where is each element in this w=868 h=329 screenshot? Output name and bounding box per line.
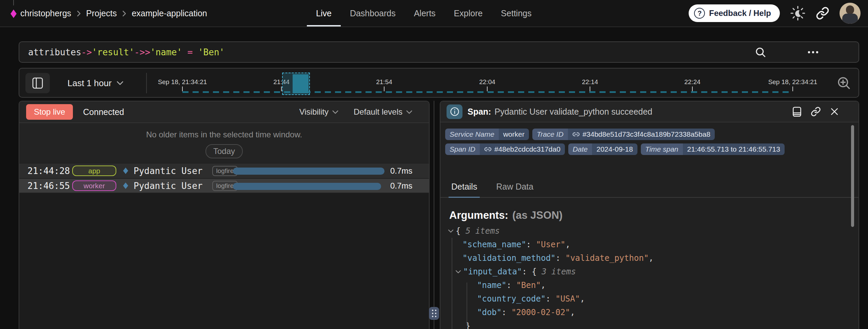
- default-levels-dropdown[interactable]: Default levels: [354, 107, 413, 117]
- trace-row-selected[interactable]: 21:46:55 worker Pydantic User logfire 0.…: [19, 178, 429, 193]
- json-line: "name": "Ben",: [440, 278, 859, 292]
- timeline-activity-track[interactable]: [182, 91, 793, 93]
- today-button[interactable]: Today: [205, 144, 243, 158]
- chevron-right-icon: [122, 10, 126, 17]
- chevron-down-icon: [332, 110, 339, 114]
- query-token: ->: [81, 47, 92, 57]
- timeline-selection-bar: [293, 74, 309, 93]
- query-token: 'name': [150, 47, 182, 57]
- json-line: }: [440, 319, 859, 329]
- service-name-badge: Service Nameworker: [445, 129, 529, 140]
- breadcrumb-project-name[interactable]: example-application: [132, 8, 207, 18]
- feedback-help-button[interactable]: ? Feedback / Help: [689, 4, 780, 22]
- detail-scrollbar[interactable]: [851, 125, 854, 227]
- trace-time: 21:46:55: [27, 181, 67, 191]
- timebar-divider: [146, 73, 147, 93]
- detail-header-actions: [792, 107, 852, 117]
- zoom-in-icon[interactable]: [837, 76, 851, 90]
- feedback-help-label: Feedback / Help: [709, 8, 771, 18]
- duration-label: 0.7ms: [390, 181, 412, 191]
- drag-handle-icon[interactable]: [429, 307, 439, 320]
- span-title: Pydantic User: [134, 181, 203, 191]
- connection-status: Connected: [83, 107, 124, 117]
- question-circle-icon: ?: [694, 8, 705, 19]
- nav-right-group: ? Feedback / Help: [689, 0, 861, 26]
- tab-dashboards[interactable]: Dashboards: [341, 0, 405, 26]
- arguments-heading: Arguments:(as JSON): [449, 209, 563, 221]
- chevron-down-icon: [406, 110, 413, 114]
- tab-explore[interactable]: Explore: [445, 0, 492, 26]
- tab-details[interactable]: Details: [450, 182, 478, 197]
- info-icon: [447, 104, 462, 119]
- time-range-selector[interactable]: Last 1 hour: [67, 69, 124, 98]
- theme-toggle-icon[interactable]: [790, 5, 806, 21]
- tab-alerts[interactable]: Alerts: [405, 0, 445, 26]
- time-span-badge: Time span21:46:55.713 to 21:46:55.713: [641, 143, 785, 155]
- split-panel-icon[interactable]: [792, 107, 802, 117]
- service-badge: app: [72, 166, 116, 176]
- duration-bar: [233, 183, 381, 190]
- json-line[interactable]: { 5 items: [440, 224, 859, 238]
- timeline-selection[interactable]: [282, 73, 310, 95]
- empty-state: No older items in the selected time wind…: [19, 123, 429, 158]
- breadcrumb-projects[interactable]: Projects: [86, 8, 117, 18]
- duration-bar: [233, 168, 384, 175]
- tab-raw-data[interactable]: Raw Data: [495, 182, 535, 197]
- json-line[interactable]: "input_data": { 3 items: [440, 265, 859, 278]
- live-view-panel: Stop live Connected Visibility Default l…: [19, 101, 430, 329]
- query-token: =: [182, 47, 198, 57]
- query-token: attributes: [28, 47, 81, 57]
- date-badge: Date2024-09-18: [568, 143, 637, 155]
- live-filters: Visibility Default levels: [299, 107, 422, 117]
- span-id-badge[interactable]: Span ID #48eb2cdcdc317da0: [445, 143, 565, 155]
- breadcrumb: christophergs Projects example-applicati…: [20, 0, 207, 26]
- trace-list-empty-area: [19, 193, 429, 329]
- visibility-dropdown[interactable]: Visibility: [299, 107, 339, 117]
- span-diamond-icon: [123, 182, 128, 189]
- caret-down-icon: [448, 229, 454, 233]
- caret-down-icon: [455, 270, 461, 274]
- json-line: "dob": "2000-02-02",: [440, 306, 859, 319]
- duration-label: 0.7ms: [390, 166, 412, 176]
- span-title: Pydantic User: [134, 166, 203, 176]
- span-diamond-icon: [123, 168, 128, 174]
- stop-live-button[interactable]: Stop live: [26, 104, 73, 120]
- span-detail-panel: Span: Pydantic User validate_python succ…: [440, 101, 859, 329]
- tab-live[interactable]: Live: [307, 0, 341, 26]
- chevron-right-icon: [76, 10, 81, 17]
- query-input[interactable]: attributes->'result'->>'name' = 'Ben': [19, 41, 859, 63]
- empty-state-message: No older items in the selected time wind…: [19, 130, 429, 139]
- trace-row[interactable]: 21:44:28 app Pydantic User logfire 0.7ms: [19, 163, 429, 178]
- json-tree: { 5 items "schema_name": "User", "valida…: [440, 224, 859, 329]
- link-icon: [484, 146, 492, 153]
- close-icon[interactable]: [830, 107, 839, 116]
- json-guide-line: [452, 238, 452, 329]
- trace-list: 21:44:28 app Pydantic User logfire 0.7ms…: [19, 163, 429, 193]
- link-icon: [572, 131, 580, 138]
- copy-link-icon[interactable]: [811, 107, 821, 117]
- span-metadata-badges: Service Nameworker Trace ID #34bd8e51d73…: [440, 124, 859, 160]
- detail-header: Span: Pydantic User validate_python succ…: [440, 101, 859, 122]
- user-avatar[interactable]: [840, 3, 861, 24]
- time-range-label: Last 1 hour: [67, 78, 112, 89]
- live-panel-header: Stop live Connected Visibility Default l…: [19, 101, 429, 123]
- detail-kind-label: Span:: [468, 107, 491, 117]
- share-link-icon[interactable]: [816, 6, 829, 20]
- logo-diamond-icon[interactable]: [11, 9, 17, 18]
- main-tabs: Live Dashboards Alerts Explore Settings: [307, 0, 541, 26]
- sidebar-toggle-icon[interactable]: [25, 73, 50, 93]
- breadcrumb-org[interactable]: christophergs: [20, 8, 71, 18]
- query-token: ->>: [134, 47, 150, 57]
- json-line: "country_code": "USA",: [440, 292, 859, 306]
- panel-divider[interactable]: [434, 101, 434, 329]
- top-nav: christophergs Projects example-applicati…: [0, 0, 868, 27]
- logo-pointer-line: [13, 0, 14, 5]
- tab-settings[interactable]: Settings: [492, 0, 540, 26]
- json-line: "validation_method": "validate_python",: [440, 251, 859, 265]
- detail-title: Pydantic User validate_python succeeded: [494, 107, 652, 117]
- app-root: christophergs Projects example-applicati…: [0, 0, 868, 329]
- trace-id-badge[interactable]: Trace ID #34bd8e51d73c3f4c8a189b72338a5b…: [532, 129, 715, 140]
- detail-tabs: Details Raw Data: [440, 179, 859, 198]
- trace-time: 21:44:28: [27, 166, 67, 176]
- json-guide-line: [467, 283, 467, 326]
